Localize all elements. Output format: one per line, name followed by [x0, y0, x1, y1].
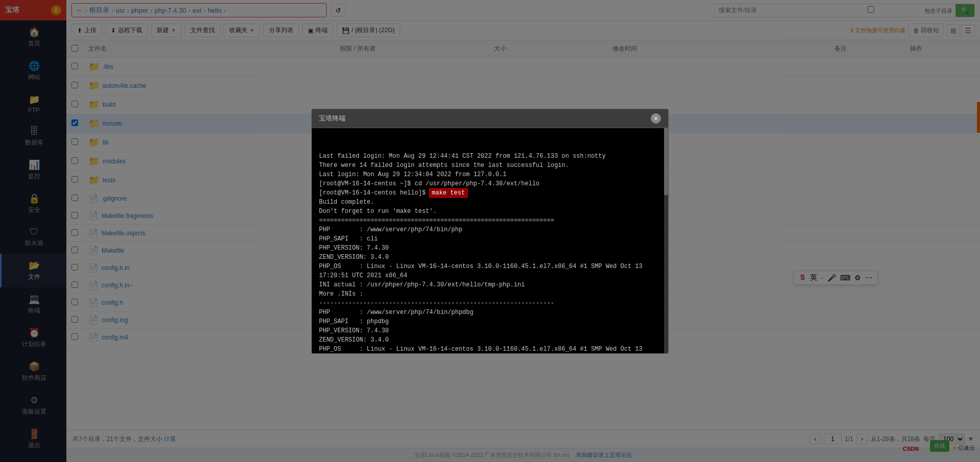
highlighted-command: make test	[429, 188, 468, 198]
terminal-modal-overlay: 宝塔终端 × Last failed login: Mon Aug 29 12:…	[0, 0, 980, 462]
terminal-close-button[interactable]: ×	[651, 113, 661, 124]
terminal-modal-title: 宝塔终端	[319, 114, 346, 123]
terminal-body[interactable]: Last failed login: Mon Aug 29 12:44:41 C…	[312, 128, 668, 353]
terminal-scrollbar-thumb	[664, 128, 668, 196]
terminal-scrollbar[interactable]	[664, 128, 668, 353]
terminal-modal: 宝塔终端 × Last failed login: Mon Aug 29 12:…	[311, 109, 669, 354]
terminal-modal-header: 宝塔终端 ×	[312, 109, 668, 128]
